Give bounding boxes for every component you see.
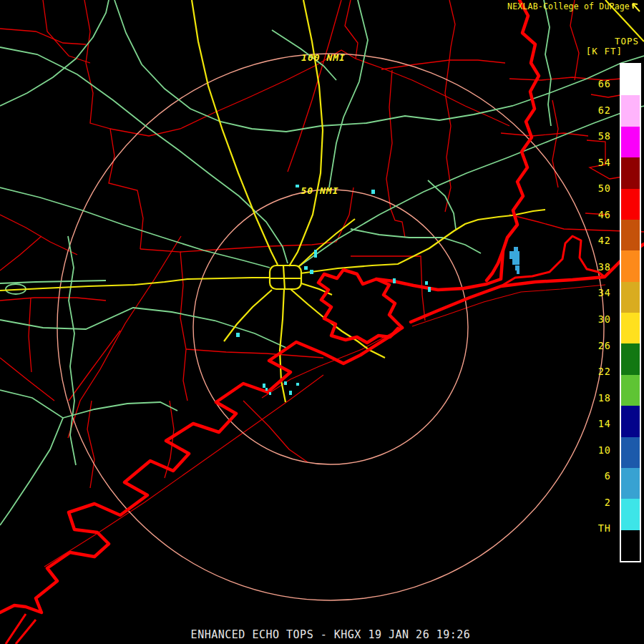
colorbar-tick-label: 34: [581, 288, 611, 298]
colorbar-segment: [621, 313, 640, 343]
green-highway: [351, 229, 481, 253]
county-line: [186, 349, 323, 358]
county-line: [345, 0, 358, 59]
colorbar-segment: [621, 64, 640, 95]
green-highway: [68, 236, 76, 465]
colorbar-segment: [621, 343, 640, 374]
radar-echo-cell: [512, 258, 519, 265]
county-line: [43, 0, 90, 63]
trinity-river: [487, 0, 539, 280]
colorbar-tick-label: 26: [581, 341, 611, 351]
lagoon-line: [262, 332, 394, 398]
product-caption: ENHANCED ECHO TOPS - KHGX 19 JAN 26 19:2…: [9, 628, 644, 641]
colorbar-segment: [621, 282, 640, 313]
houston-beltway: [270, 265, 301, 289]
colorbar-tick-label: TH: [581, 523, 611, 534]
colorbar-title: TOPS: [615, 36, 639, 47]
green-highways-layer: [0, 0, 644, 525]
radar-echo-cell: [236, 333, 240, 337]
cursor-arrow-icon: [631, 2, 642, 14]
colorbar: [620, 63, 641, 562]
radar-echo-cell: [284, 381, 287, 385]
county-line: [87, 401, 94, 488]
green-highway: [0, 187, 270, 268]
colorbar-segment: [621, 530, 640, 561]
county-line: [356, 59, 509, 126]
colorbar-tick-label: 54: [581, 157, 611, 168]
radar-echo-cell: [265, 388, 268, 391]
colorbar-tick-label: 58: [581, 131, 611, 142]
colorbar-segment: [621, 95, 640, 126]
green-highway: [0, 308, 286, 348]
yellow-highway: [289, 0, 323, 266]
county-line: [0, 358, 54, 401]
colorbar-segment: [621, 127, 640, 157]
county-line: [288, 0, 341, 172]
range-rings-layer: [57, 54, 604, 600]
green-highway: [114, 0, 644, 132]
colorbar-tick-label: 10: [581, 445, 611, 456]
green-highway: [63, 402, 177, 418]
waterway-lines-layer: [44, 285, 605, 567]
colorbar-tick-label: 46: [581, 210, 611, 220]
county-line: [29, 298, 31, 372]
radar-echo-cell: [517, 270, 519, 274]
county-lines-layer: [0, 0, 644, 488]
colorbar-tick-label: 42: [581, 235, 611, 246]
radar-echo-cell: [296, 383, 299, 386]
radar-echo-cell: [269, 392, 271, 395]
radar-echo-cell: [425, 281, 428, 285]
yellow-highway: [192, 0, 278, 265]
county-line: [68, 236, 181, 438]
colorbar-segment: [621, 499, 640, 530]
county-line: [501, 133, 588, 136]
coastline-layer: [0, 0, 644, 644]
county-line: [69, 331, 120, 401]
radar-echo-cell: [314, 250, 317, 258]
colorbar-tick-label: 38: [581, 262, 611, 273]
green-highway: [329, 0, 368, 187]
colorbar-segment: [621, 406, 640, 436]
colorbar-tick-label: 2: [581, 497, 611, 508]
lagoon-line: [44, 375, 323, 567]
colorbar-tick-label: 14: [581, 419, 611, 429]
county-line: [0, 298, 106, 301]
county-line: [140, 249, 187, 401]
credit-text: NEXLAB-College of DuPage: [507, 1, 630, 11]
colorbar-tick-label: 22: [581, 366, 611, 377]
radar-echo-cell: [289, 391, 292, 395]
yellow-highway: [224, 290, 272, 341]
colorbar-segment: [621, 220, 640, 250]
colorbar-segment: [621, 468, 640, 499]
radar-image: 50 NMI 100 NMI NEXLAB-College of DuPage …: [0, 0, 644, 644]
colorbar-tick-label: 6: [581, 471, 611, 482]
county-line: [0, 29, 86, 44]
green-highway: [0, 390, 63, 525]
county-line: [570, 0, 579, 80]
radar-echo-cell: [310, 270, 313, 274]
radar-echo-cell: [304, 266, 308, 270]
radar-echo-cell: [296, 185, 299, 187]
colorbar-segment: [621, 375, 640, 406]
county-line: [0, 215, 77, 255]
colorbar-tick-label: 18: [581, 393, 611, 404]
county-line: [381, 60, 505, 69]
radar-echo-cell: [393, 278, 396, 283]
radar-echo-cell: [428, 287, 431, 292]
yellow-highway: [0, 278, 269, 291]
colorbar-tick-label: 50: [581, 183, 611, 194]
colorbar-segment: [621, 189, 640, 220]
ring-label-100nmi: 100 NMI: [301, 52, 346, 63]
yellow-highway: [301, 210, 545, 273]
radar-echo-cell: [371, 190, 375, 194]
colorbar-units: [K FT]: [586, 46, 623, 57]
bolivar-coastline: [411, 244, 644, 322]
colorbar-segment: [621, 437, 640, 468]
map-canvas: [0, 0, 644, 644]
county-line: [386, 70, 405, 238]
colorbar-segment: [621, 157, 640, 188]
colorbar-segment: [621, 250, 640, 281]
colorbar-tick-label: 66: [581, 79, 611, 89]
radar-echo-cell: [515, 265, 519, 270]
colorbar-tick-label: 30: [581, 314, 611, 325]
